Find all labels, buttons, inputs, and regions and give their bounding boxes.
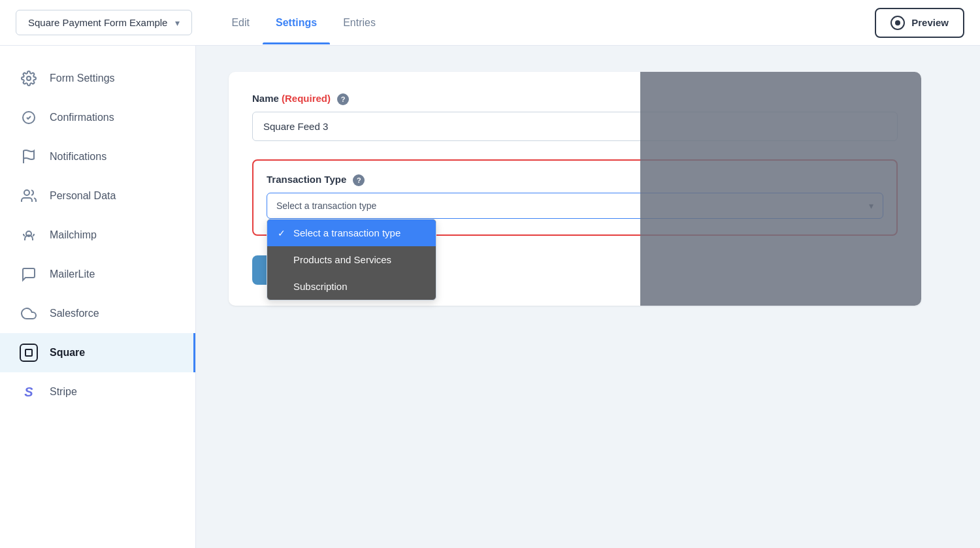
sidebar-item-label-stripe: Stripe <box>50 386 77 398</box>
sidebar-item-mailchimp[interactable]: Mailchimp <box>0 216 195 255</box>
sidebar-item-label-form-settings: Form Settings <box>50 73 115 84</box>
sidebar-item-label-personal-data: Personal Data <box>50 190 116 202</box>
main-layout: Form Settings Confirmations Notification… <box>0 46 980 548</box>
tab-edit[interactable]: Edit <box>218 1 263 44</box>
preview-icon <box>890 16 905 30</box>
sidebar-item-salesforce[interactable]: Salesforce <box>0 294 195 333</box>
top-nav: Edit Settings Entries <box>218 1 389 44</box>
cloud-icon <box>18 303 39 324</box>
chevron-down-icon: ▾ <box>175 18 180 28</box>
people-icon <box>18 185 39 206</box>
sidebar-item-label-mailchimp: Mailchimp <box>50 229 97 241</box>
dropdown-option-select[interactable]: ✓ Select a transaction type <box>267 219 436 246</box>
svg-point-0 <box>27 76 31 80</box>
stripe-icon: S <box>18 381 39 402</box>
sidebar-item-notifications[interactable]: Notifications <box>0 137 195 176</box>
sidebar-item-label-mailerlite: MailerLite <box>50 268 95 280</box>
dropdown-option-label-select: Select a transaction type <box>293 227 400 238</box>
mailchimp-icon <box>18 225 39 246</box>
sidebar-item-form-settings[interactable]: Form Settings <box>0 59 195 98</box>
sidebar-item-label-salesforce: Salesforce <box>50 308 99 319</box>
name-help-icon[interactable]: ? <box>337 93 349 105</box>
transaction-type-help-icon[interactable]: ? <box>353 174 365 186</box>
right-panel-overlay <box>640 72 921 306</box>
check-mark-icon: ✓ <box>278 228 288 238</box>
dropdown-option-subscription[interactable]: Subscription <box>267 273 436 300</box>
dropdown-option-label-subscription: Subscription <box>293 281 348 292</box>
dropdown-option-products[interactable]: Products and Services <box>267 246 436 273</box>
sidebar-item-personal-data[interactable]: Personal Data <box>0 176 195 216</box>
sidebar-item-square[interactable]: Square <box>0 333 195 372</box>
sidebar-item-label-notifications: Notifications <box>50 151 106 163</box>
preview-button[interactable]: Preview <box>875 8 964 38</box>
sidebar-item-confirmations[interactable]: Confirmations <box>0 98 195 137</box>
sidebar-item-label-confirmations: Confirmations <box>50 112 114 123</box>
form-selector[interactable]: Square Payment Form Example ▾ <box>16 10 192 35</box>
check-circle-icon <box>18 107 39 128</box>
tab-entries[interactable]: Entries <box>330 1 389 44</box>
svg-point-3 <box>24 190 29 195</box>
dropdown-selected-value: Select a transaction type <box>276 201 376 211</box>
preview-label: Preview <box>911 17 949 28</box>
name-required-text: (Required) <box>282 93 331 104</box>
dropdown-menu: ✓ Select a transaction type Products and… <box>267 219 436 300</box>
form-selector-label: Square Payment Form Example <box>28 17 167 28</box>
chat-icon <box>18 264 39 285</box>
form-card: Name (Required) ? Transaction Type ? Sel… <box>229 72 921 306</box>
square-icon <box>18 342 39 363</box>
content-area: Name (Required) ? Transaction Type ? Sel… <box>196 46 980 548</box>
sidebar-item-stripe[interactable]: S Stripe <box>0 372 195 411</box>
top-bar: Square Payment Form Example ▾ Edit Setti… <box>0 0 980 46</box>
gear-icon <box>18 68 39 89</box>
sidebar: Form Settings Confirmations Notification… <box>0 46 196 548</box>
dropdown-option-label-products: Products and Services <box>293 254 391 265</box>
sidebar-item-mailerlite[interactable]: MailerLite <box>0 255 195 294</box>
transaction-type-label-text: Transaction Type <box>267 174 346 185</box>
flag-icon <box>18 146 39 167</box>
name-label-text: Name <box>252 93 279 104</box>
sidebar-item-label-square: Square <box>50 347 85 359</box>
top-bar-left: Square Payment Form Example ▾ Edit Setti… <box>16 1 389 44</box>
tab-settings[interactable]: Settings <box>263 1 330 44</box>
